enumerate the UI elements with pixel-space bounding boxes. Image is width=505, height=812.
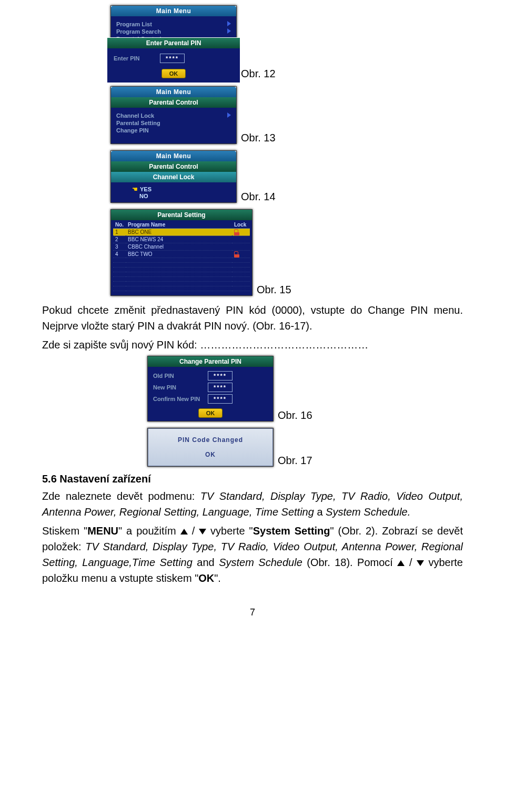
screenshot-fig14: Main Menu Parental Control Channel Lock … xyxy=(110,150,237,203)
body-text: a xyxy=(317,506,326,518)
screenshot-fig16: Change Parental PIN Old PIN**** New PIN*… xyxy=(147,356,274,422)
ok-label[interactable]: OK xyxy=(154,451,267,458)
figure-caption: Obr. 16 xyxy=(278,409,312,422)
page-number: 7 xyxy=(42,607,463,618)
subtitle-bar: Parental Control xyxy=(111,161,236,172)
table-row[interactable]: 1 BBC ONE xyxy=(113,229,250,236)
body-text: (Obr. 18). Pomocí xyxy=(307,557,397,568)
ok-button[interactable]: OK xyxy=(161,69,186,78)
message-text: PIN Code Changed xyxy=(154,436,267,444)
title-bar: Change Parental PIN xyxy=(148,356,273,367)
figure-caption: Obr. 15 xyxy=(257,284,291,296)
triangle-down-icon xyxy=(417,560,424,566)
confirm-pin-input[interactable]: **** xyxy=(208,394,233,404)
cell: 3 xyxy=(113,243,126,251)
table-row[interactable]: 3 CBBC Channel xyxy=(113,243,250,251)
screenshot-fig12: Main Menu Program List Program Search Pa… xyxy=(110,5,237,80)
cell: BBC TWO xyxy=(126,251,232,258)
table-row[interactable]: 2 BBC NEWS 24 xyxy=(113,236,250,243)
menu-item: Program List xyxy=(116,21,152,27)
cell: 1 xyxy=(113,229,126,236)
body-text: ". xyxy=(214,572,221,584)
triangle-down-icon xyxy=(199,529,206,535)
screenshot-fig17: PIN Code Changed OK xyxy=(147,428,274,467)
subtitle-bar-2: Channel Lock xyxy=(111,172,236,182)
option-yes[interactable]: YES xyxy=(140,186,152,192)
menu-item: Change PIN xyxy=(116,127,149,133)
option-no[interactable]: NO xyxy=(139,193,148,199)
cell-lock xyxy=(232,229,250,236)
label-confirm-pin: Confirm New PIN xyxy=(153,396,204,402)
title-bar: Main Menu xyxy=(111,6,236,16)
col-header: No. xyxy=(113,221,126,229)
triangle-up-icon xyxy=(397,560,405,566)
figure-caption: Obr. 17 xyxy=(278,455,312,467)
cell: 4 xyxy=(113,251,126,258)
body-text: System Setting xyxy=(253,525,330,537)
label-old-pin: Old PIN xyxy=(153,373,204,379)
label-new-pin: New PIN xyxy=(153,384,204,390)
body-text: Zde si zapište svůj nový PIN kód: ………………… xyxy=(42,339,368,351)
body-text: / xyxy=(188,525,199,537)
title-bar: Main Menu xyxy=(111,87,236,97)
col-header: Program Name xyxy=(126,221,232,229)
body-text: " a použitím xyxy=(118,525,180,537)
chevron-right-icon xyxy=(227,28,231,34)
cell: BBC NEWS 24 xyxy=(126,236,232,243)
triangle-up-icon xyxy=(180,529,188,535)
body-text: System Schedule. xyxy=(326,506,410,518)
body-text: Zde naleznete devět podmenu: xyxy=(42,490,200,502)
pin-input[interactable]: **** xyxy=(160,54,185,63)
lock-icon xyxy=(234,229,238,234)
title-bar: Main Menu xyxy=(111,151,236,161)
menu-item: Channel Lock xyxy=(116,112,154,119)
body-text: vyberte " xyxy=(206,525,253,537)
title-bar: Parental Setting xyxy=(111,210,252,220)
screenshot-fig13: Main Menu Parental Control Channel Lock … xyxy=(110,86,237,144)
modal-title: Enter Parental PIN xyxy=(107,38,240,48)
section-heading: 5.6 Nastavení zařízení xyxy=(42,473,463,485)
new-pin-input[interactable]: **** xyxy=(208,383,233,392)
menu-item: Program Search xyxy=(116,28,161,35)
body-text: Pokud chcete změnit přednastavený PIN kó… xyxy=(42,304,463,316)
body-text: / xyxy=(405,557,417,568)
body-text: MENU xyxy=(87,525,118,537)
menu-item: Parental Setting xyxy=(116,120,160,126)
table-row[interactable]: 4 BBC TWO xyxy=(113,251,250,258)
cell: BBC ONE xyxy=(126,229,232,236)
chevron-right-icon xyxy=(227,21,231,26)
cell-lock xyxy=(232,251,250,258)
old-pin-input[interactable]: **** xyxy=(208,371,233,381)
col-header: Lock xyxy=(232,221,250,229)
body-text: and xyxy=(197,557,219,568)
lock-icon xyxy=(234,251,238,256)
cell: 2 xyxy=(113,236,126,243)
figure-caption: Obr. 13 xyxy=(241,132,276,144)
subtitle-bar: Parental Control xyxy=(111,97,236,108)
figure-caption: Obr. 14 xyxy=(241,191,276,203)
figure-caption: Obr. 12 xyxy=(241,68,276,80)
chevron-right-icon xyxy=(227,112,231,118)
cell: CBBC Channel xyxy=(126,243,232,251)
body-text: Stiskem " xyxy=(42,525,87,537)
body-text: OK xyxy=(198,572,214,584)
body-text: Nejprve vložte starý PIN a dvakrát PIN n… xyxy=(42,320,312,332)
ok-button[interactable]: OK xyxy=(198,408,223,418)
screenshot-fig15: Parental Setting No. Program Name Lock 1… xyxy=(110,209,252,296)
enter-pin-label: Enter PIN xyxy=(114,55,156,61)
body-text: System Schedule xyxy=(219,557,307,568)
pointer-hand-icon: ☚ xyxy=(132,186,138,193)
